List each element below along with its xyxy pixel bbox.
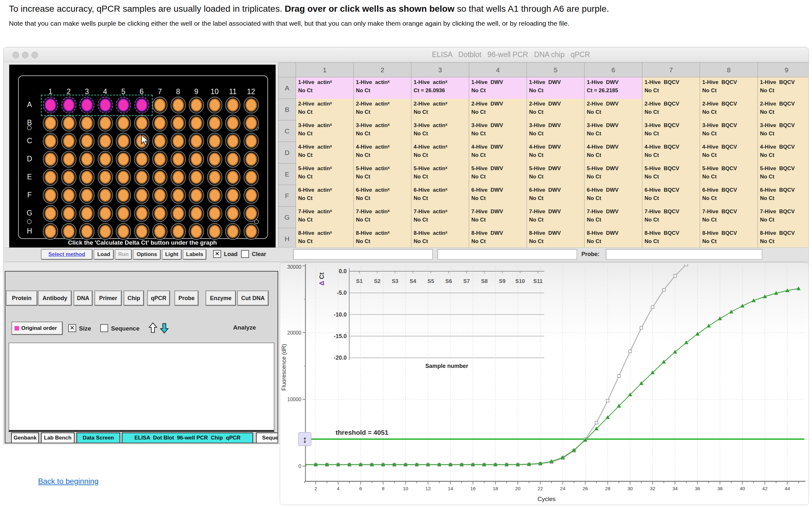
well-D11[interactable] [225,151,241,168]
well-E11[interactable] [225,169,241,186]
table-cell-C2[interactable]: 3-Hive actinˣNo Ct [354,120,411,143]
table-cell-F8[interactable]: 6-Hive BQCVNo Ct [700,185,757,207]
well-H5[interactable] [116,223,131,240]
well-G10[interactable] [207,205,222,222]
well-F4[interactable] [98,187,113,204]
original-order-button[interactable]: Original order [12,322,62,335]
table-cell-B5[interactable]: 2-Hive DWVNo Ct [527,99,584,121]
well-G3[interactable] [79,205,95,222]
table-cell-E2[interactable]: 5-Hive actinˣNo Ct [354,164,411,186]
well-C3[interactable] [79,133,95,150]
well-A12[interactable] [244,97,259,113]
load-button[interactable]: Load [94,249,113,260]
table-cell-C1[interactable]: 3-Hive actinˣNo Ct [296,120,353,143]
table-cell-H5[interactable]: 8-Hive DWVNo Ct [527,228,584,250]
close-button[interactable] [12,52,19,58]
table-cell-F9[interactable]: 6-Hive BQCVNo Ct [758,185,809,207]
panel-button-protein[interactable]: Protein [6,291,37,305]
well-C12[interactable] [244,133,259,150]
table-cell-F6[interactable]: 6-Hive DWVNo Ct [585,185,642,207]
well-F12[interactable] [244,187,259,204]
table-cell-B1[interactable]: 2-Hive actinˣNo Ct [296,99,353,121]
well-C9[interactable] [189,133,204,150]
table-cell-H7[interactable]: 8-Hive BQCVNo Ct [642,228,700,250]
well-B12[interactable] [244,115,259,131]
well-C5[interactable] [116,133,131,150]
clear-checkbox[interactable] [241,250,249,258]
table-cell-A4[interactable]: 1-Hive DWVNo Ct [469,77,526,100]
well-C10[interactable] [207,133,222,150]
table-cell-D2[interactable]: 4-Hive actinˣNo Ct [354,142,411,164]
table-cell-G3[interactable]: 7-Hive actinˣNo Ct [411,207,469,229]
well-D5[interactable] [116,151,131,168]
sequence-checkbox[interactable] [100,324,108,332]
table-cell-C3[interactable]: 3-Hive actinˣNo Ct [411,120,469,143]
table-cell-A9[interactable]: 1-Hive BQCVNo Ct [758,77,809,100]
table-cell-A6[interactable]: 1-Hive DWVCt = 26.2185 [585,77,642,100]
well-C1[interactable] [43,133,58,150]
table-cell-G1[interactable]: 7-Hive actinˣNo Ct [296,207,353,229]
table-cell-E6[interactable]: 5-Hive DWVNo Ct [585,164,642,186]
sample-list-area[interactable] [9,343,274,432]
table-cell-D7[interactable]: 4-Hive BQCVNo Ct [642,142,700,164]
well-E4[interactable] [98,169,113,186]
well-H12[interactable] [244,223,259,240]
panel-button-dna[interactable]: DNA [74,291,92,305]
well-A11[interactable] [225,97,241,113]
table-cell-B8[interactable]: 2-Hive BQCVNo Ct [700,99,757,121]
well-G1[interactable] [43,205,58,222]
well-D7[interactable] [152,151,167,168]
table-cell-A5[interactable]: 1-Hive DWVNo Ct [527,77,584,100]
well-H10[interactable] [207,223,222,240]
well-E5[interactable] [116,169,131,186]
zoom-button[interactable] [32,52,38,58]
panel-button-qpcr[interactable]: qPCR [148,291,170,305]
table-cell-F4[interactable]: 6-Hive DWVNo Ct [469,185,526,207]
table-cell-E1[interactable]: 5-Hive actinˣNo Ct [296,164,353,186]
table-cell-E9[interactable]: 5-Hive BQCVNo Ct [758,164,809,186]
well-G4[interactable] [98,205,113,222]
well-G6[interactable] [134,205,149,222]
well-G5[interactable] [116,205,131,222]
table-cell-C8[interactable]: 3-Hive BQCVNo Ct [700,120,757,143]
table-cell-B3[interactable]: 2-Hive actinˣNo Ct [411,99,469,121]
well-A10[interactable] [207,97,222,113]
table-cell-G4[interactable]: 7-Hive DWVNo Ct [469,207,526,229]
well-E6[interactable] [134,169,149,186]
well-G9[interactable] [189,205,204,222]
well-H1[interactable] [43,223,58,240]
table-cell-H1[interactable]: 8-Hive actinˣNo Ct [296,228,353,250]
well-B5[interactable] [116,115,131,131]
threshold-handle[interactable]: ↕ [299,433,311,446]
table-cell-H3[interactable]: 8-Hive actinˣNo Ct [411,228,469,250]
table-cell-E3[interactable]: 5-Hive actinˣNo Ct [411,164,469,186]
size-checkbox[interactable] [68,324,76,332]
well-G12[interactable] [244,205,259,222]
well-F2[interactable] [61,187,77,204]
table-cell-H4[interactable]: 8-Hive DWVNo Ct [469,228,526,250]
table-cell-F1[interactable]: 6-Hive actinˣNo Ct [296,185,353,207]
analyze-button[interactable]: Analyze [233,324,256,331]
panel-button-probe[interactable]: Probe [175,291,198,305]
table-cell-C5[interactable]: 3-Hive DWVNo Ct [527,120,584,143]
table-cell-G6[interactable]: 7-Hive DWVNo Ct [585,207,642,229]
well-E12[interactable] [244,169,259,186]
well-F11[interactable] [225,187,241,204]
well-D8[interactable] [171,151,186,168]
table-cell-E4[interactable]: 5-Hive DWVNo Ct [469,164,526,186]
labels-button[interactable]: Labels [183,249,206,260]
table-cell-E8[interactable]: 5-Hive BQCVNo Ct [700,164,757,186]
panel-button-cut-dna[interactable]: Cut DNA [238,291,268,305]
well-B11[interactable] [225,115,241,131]
sort-down-arrow-icon[interactable] [160,322,169,334]
well-F1[interactable] [43,187,58,204]
table-cell-H2[interactable]: 8-Hive actinˣNo Ct [354,228,411,250]
well-A7[interactable] [152,97,167,113]
well-F7[interactable] [152,187,167,204]
table-cell-H9[interactable]: 8-Hive BQCVNo Ct [758,228,809,250]
table-cell-B4[interactable]: 2-Hive DWVNo Ct [469,99,526,121]
well-H3[interactable] [79,223,95,240]
table-cell-A7[interactable]: 1-Hive BQCVNo Ct [642,77,700,100]
table-cell-G5[interactable]: 7-Hive DWVNo Ct [527,207,584,229]
well-C11[interactable] [225,133,241,150]
